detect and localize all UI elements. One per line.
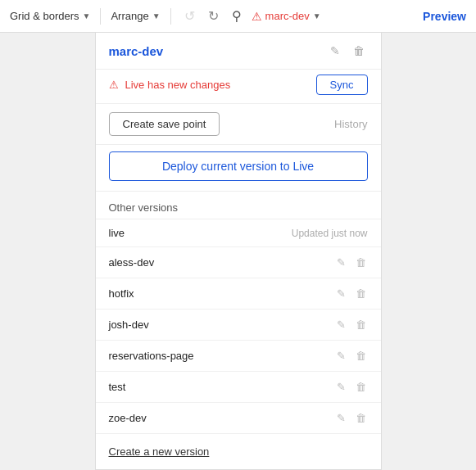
list-item: test ✎ 🗑 — [96, 372, 381, 403]
version-icons: ✎ 🗑 — [335, 348, 368, 364]
grid-borders-label: Grid & borders — [10, 10, 79, 22]
deploy-button[interactable]: Deploy current version to Live — [109, 151, 368, 181]
version-name: zoe-dev — [109, 412, 335, 424]
list-item: live Updated just now — [96, 219, 381, 247]
action-row: Create save point History — [96, 104, 381, 145]
version-list: live Updated just now aless-dev ✎ 🗑 hotf… — [96, 219, 381, 434]
undo-icon: ↺ — [184, 8, 195, 24]
version-icons: ✎ 🗑 — [335, 317, 368, 332]
panel-title: marc-dev — [109, 44, 327, 58]
panel-header: marc-dev ✎ 🗑 — [96, 33, 381, 70]
edit-title-button[interactable]: ✎ — [327, 43, 343, 59]
arrange-group[interactable]: Arrange ▼ — [111, 10, 160, 22]
version-name: reservations-page — [109, 350, 335, 362]
version-name: aless-dev — [109, 256, 335, 269]
edit-version-icon[interactable]: ✎ — [335, 317, 347, 332]
sync-warning-text: Live has new changes — [125, 79, 310, 91]
edit-version-icon[interactable]: ✎ — [335, 348, 347, 364]
history-link[interactable]: History — [334, 118, 367, 130]
sync-row: ⚠ Live has new changes Sync — [96, 70, 381, 104]
delete-version-icon[interactable]: 🗑 — [354, 348, 368, 364]
sync-button[interactable]: Sync — [316, 75, 368, 95]
versions-panel: marc-dev ✎ 🗑 ⚠ Live has new changes Sync… — [95, 33, 382, 470]
version-name: live — [109, 227, 285, 239]
list-item: josh-dev ✎ 🗑 — [96, 310, 381, 341]
warning-chevron-icon: ▼ — [313, 11, 321, 20]
redo-button[interactable]: ↻ — [205, 5, 222, 27]
list-item: reservations-page ✎ 🗑 — [96, 341, 381, 372]
other-versions-header: Other versions — [96, 192, 381, 219]
warning-label: marc-dev — [265, 10, 310, 22]
deploy-row: Deploy current version to Live — [96, 145, 381, 192]
divider-1 — [100, 8, 101, 25]
delete-version-icon[interactable]: 🗑 — [354, 379, 368, 395]
search-icon[interactable]: ⚲ — [229, 5, 245, 27]
list-item: zoe-dev ✎ 🗑 — [96, 403, 381, 434]
warning-button[interactable]: ⚠ marc-dev ▼ — [252, 10, 321, 23]
undo-button[interactable]: ↺ — [181, 5, 198, 27]
create-save-point-button[interactable]: Create save point — [109, 112, 220, 136]
sync-warning-icon: ⚠ — [109, 79, 119, 91]
delete-version-icon[interactable]: 🗑 — [354, 286, 368, 301]
delete-version-icon[interactable]: 🗑 — [354, 317, 368, 332]
arrange-label: Arrange — [111, 10, 148, 22]
list-item: aless-dev ✎ 🗑 — [96, 247, 381, 278]
edit-version-icon[interactable]: ✎ — [335, 286, 347, 301]
grid-borders-group[interactable]: Grid & borders ▼ — [10, 10, 90, 22]
version-icons: ✎ 🗑 — [335, 379, 368, 395]
create-new-version-link[interactable]: Create a new version — [96, 434, 381, 469]
version-name: josh-dev — [109, 319, 335, 331]
version-icons: ✎ 🗑 — [335, 286, 368, 301]
redo-icon: ↻ — [208, 8, 219, 24]
preview-button[interactable]: Preview — [423, 10, 466, 23]
delete-version-icon[interactable]: 🗑 — [354, 410, 368, 426]
warning-triangle-icon: ⚠ — [252, 10, 262, 23]
grid-borders-chevron-icon: ▼ — [83, 11, 91, 20]
edit-version-icon[interactable]: ✎ — [335, 255, 347, 270]
list-item: hotfix ✎ 🗑 — [96, 278, 381, 310]
version-name: test — [109, 381, 335, 393]
version-badge: Updated just now — [292, 228, 368, 239]
version-name: hotfix — [109, 287, 335, 300]
toolbar: Grid & borders ▼ Arrange ▼ ↺ ↻ ⚲ ⚠ marc-… — [0, 0, 476, 33]
delete-title-button[interactable]: 🗑 — [350, 43, 368, 59]
delete-version-icon[interactable]: 🗑 — [354, 255, 368, 270]
arrange-chevron-icon: ▼ — [152, 11, 161, 20]
panel-header-icons: ✎ 🗑 — [327, 43, 368, 59]
edit-version-icon[interactable]: ✎ — [335, 410, 347, 426]
edit-version-icon[interactable]: ✎ — [335, 379, 347, 395]
divider-2 — [170, 8, 171, 25]
version-icons: ✎ 🗑 — [335, 255, 368, 270]
version-icons: ✎ 🗑 — [335, 410, 368, 426]
